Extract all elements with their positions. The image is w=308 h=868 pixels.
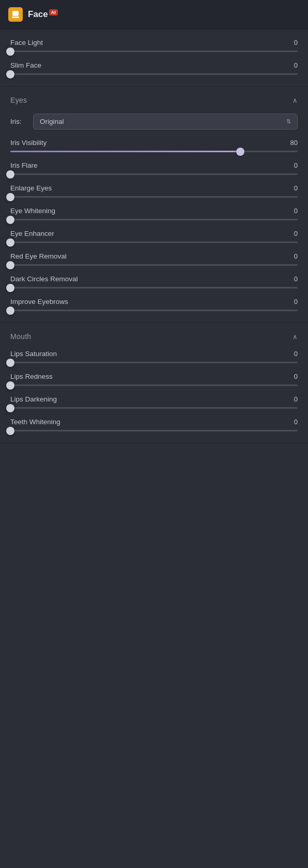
lips-darkening-thumb[interactable]: [6, 404, 14, 412]
red-eye-removal-label: Red Eye Removal: [10, 252, 67, 260]
lips-darkening-control: Lips Darkening 0: [10, 395, 298, 409]
eye-enhancer-label: Eye Enhancer: [10, 230, 54, 237]
iris-flare-label: Iris Flare: [10, 162, 38, 169]
lips-darkening-value: 0: [285, 395, 298, 403]
iris-visibility-control: Iris Visibility 80: [10, 139, 298, 152]
panel-icon: [8, 7, 23, 22]
enlarge-eyes-value: 0: [285, 184, 298, 192]
iris-visibility-label: Iris Visibility: [10, 139, 47, 147]
red-eye-removal-track[interactable]: [10, 264, 298, 266]
red-eye-removal-value: 0: [285, 252, 298, 260]
face-section: Face Light 0 Slim Face 0: [0, 29, 308, 87]
lips-saturation-control: Lips Saturation 0: [10, 350, 298, 363]
eye-enhancer-value: 0: [285, 230, 298, 237]
lips-darkening-track[interactable]: [10, 407, 298, 409]
enlarge-eyes-label: Enlarge Eyes: [10, 184, 52, 192]
dark-circles-removal-thumb[interactable]: [6, 284, 14, 292]
face-light-track[interactable]: [10, 51, 298, 52]
iris-visibility-thumb[interactable]: [236, 148, 244, 156]
lips-saturation-track[interactable]: [10, 362, 298, 363]
iris-flare-thumb[interactable]: [6, 170, 14, 179]
svg-rect-0: [12, 11, 19, 16]
enlarge-eyes-track[interactable]: [10, 196, 298, 198]
eye-enhancer-control: Eye Enhancer 0: [10, 230, 298, 243]
slim-face-track[interactable]: [10, 73, 298, 75]
slim-face-label: Slim Face: [10, 61, 41, 69]
enlarge-eyes-thumb[interactable]: [6, 193, 14, 201]
eye-enhancer-track[interactable]: [10, 242, 298, 243]
panel-title: FaceAI: [28, 9, 58, 20]
lips-redness-track[interactable]: [10, 384, 298, 386]
eye-whitening-thumb[interactable]: [6, 216, 14, 224]
lips-redness-control: Lips Redness 0: [10, 373, 298, 386]
eye-whitening-track[interactable]: [10, 219, 298, 220]
lips-darkening-label: Lips Darkening: [10, 395, 57, 403]
iris-flare-control: Iris Flare 0: [10, 162, 298, 175]
mouth-section: Mouth ∧ Lips Saturation 0 Lips Redness 0…: [0, 323, 308, 443]
eyes-chevron-icon[interactable]: ∧: [292, 97, 298, 104]
svg-rect-1: [12, 17, 19, 18]
dark-circles-removal-control: Dark Circles Removal 0: [10, 275, 298, 288]
iris-visibility-value: 80: [285, 139, 298, 147]
improve-eyebrows-value: 0: [285, 298, 298, 306]
lips-redness-thumb[interactable]: [6, 381, 14, 390]
teeth-whitening-control: Teeth Whitening 0: [10, 418, 298, 431]
lips-redness-label: Lips Redness: [10, 373, 53, 380]
slim-face-thumb[interactable]: [6, 70, 14, 78]
face-light-control: Face Light 0: [10, 39, 298, 52]
enlarge-eyes-control: Enlarge Eyes 0: [10, 184, 298, 198]
eyes-section-title: Eyes: [10, 96, 27, 104]
iris-row: Iris: Original ⇅: [10, 114, 298, 130]
iris-label: Iris:: [10, 118, 27, 125]
iris-flare-track[interactable]: [10, 173, 298, 175]
face-light-value: 0: [285, 39, 298, 46]
eye-whitening-label: Eye Whitening: [10, 207, 55, 215]
dark-circles-removal-value: 0: [285, 275, 298, 283]
improve-eyebrows-thumb[interactable]: [6, 307, 14, 315]
dark-circles-removal-track[interactable]: [10, 287, 298, 288]
mouth-section-title: Mouth: [10, 332, 31, 341]
teeth-whitening-value: 0: [285, 418, 298, 426]
improve-eyebrows-control: Improve Eyebrows 0: [10, 298, 298, 311]
improve-eyebrows-track[interactable]: [10, 310, 298, 311]
eyes-section: Eyes ∧ Iris: Original ⇅ Iris Visibility …: [0, 87, 308, 323]
iris-visibility-track[interactable]: [10, 151, 298, 152]
lips-saturation-thumb[interactable]: [6, 359, 14, 367]
red-eye-removal-thumb[interactable]: [6, 261, 14, 269]
iris-select-value: Original: [40, 118, 64, 125]
improve-eyebrows-label: Improve Eyebrows: [10, 298, 68, 306]
slim-face-control: Slim Face 0: [10, 61, 298, 75]
lips-saturation-value: 0: [285, 350, 298, 358]
red-eye-removal-control: Red Eye Removal 0: [10, 252, 298, 266]
iris-visibility-fill: [10, 151, 240, 152]
lips-saturation-label: Lips Saturation: [10, 350, 57, 358]
mouth-chevron-icon[interactable]: ∧: [292, 333, 298, 341]
panel-header: FaceAI: [0, 0, 308, 29]
ai-badge: AI: [49, 9, 58, 15]
eye-whitening-control: Eye Whitening 0: [10, 207, 298, 220]
teeth-whitening-label: Teeth Whitening: [10, 418, 60, 426]
teeth-whitening-thumb[interactable]: [6, 427, 14, 435]
mouth-section-header: Mouth ∧: [10, 332, 298, 341]
dark-circles-removal-label: Dark Circles Removal: [10, 275, 78, 283]
iris-flare-value: 0: [285, 162, 298, 169]
teeth-whitening-track[interactable]: [10, 430, 298, 431]
eye-whitening-value: 0: [285, 207, 298, 215]
face-light-thumb[interactable]: [6, 47, 14, 56]
eye-enhancer-thumb[interactable]: [6, 238, 14, 247]
iris-select-arrows-icon: ⇅: [286, 118, 291, 125]
face-light-label: Face Light: [10, 39, 43, 46]
slim-face-value: 0: [285, 61, 298, 69]
lips-redness-value: 0: [285, 373, 298, 380]
iris-select[interactable]: Original ⇅: [33, 114, 298, 130]
eyes-section-header: Eyes ∧: [10, 96, 298, 104]
